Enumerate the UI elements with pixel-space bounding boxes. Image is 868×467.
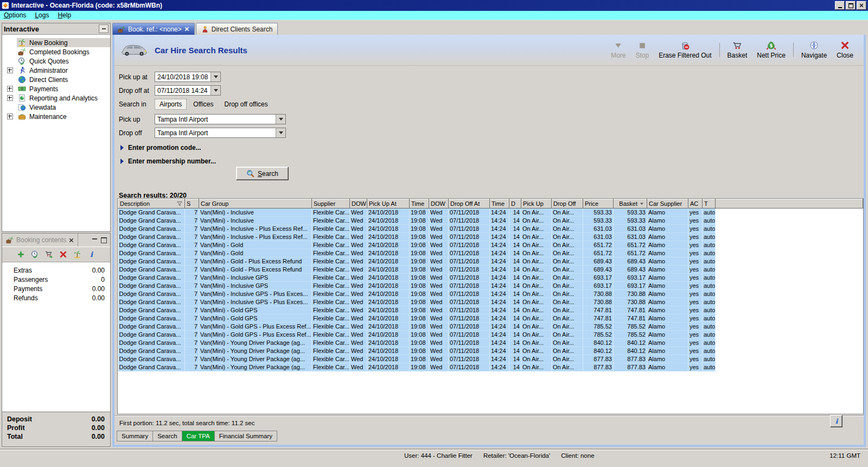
column-header-1-s[interactable]: S [185, 199, 199, 209]
column-header-10-d[interactable]: D [509, 199, 521, 209]
search-in-airports[interactable]: Airports [155, 99, 187, 110]
move-to-basket-button[interactable] [45, 250, 53, 258]
menu-options[interactable]: Options [4, 11, 26, 19]
chevron-down-icon[interactable] [276, 115, 285, 124]
bottom-tab-financial-summary[interactable]: Financial Summary [215, 431, 277, 441]
drop-off-combo[interactable]: Tampa Intl Airport [155, 128, 286, 138]
column-header-11-pick-up[interactable]: Pick Up [521, 199, 552, 209]
bottom-tab-search[interactable]: Search [153, 431, 182, 441]
column-header-12-drop-off[interactable]: Drop Off [552, 199, 583, 209]
delete-button[interactable] [59, 250, 67, 258]
minimize-button[interactable] [835, 1, 845, 10]
bottom-tab-summary[interactable]: Summary [117, 431, 153, 441]
sidebar-item-completed-bookings[interactable]: Completed Bookings [2, 47, 110, 56]
plus-icon [17, 250, 25, 258]
toolbar-button-label: Navigate [801, 52, 827, 59]
search-in-drop-off-offices[interactable]: Drop off offices [220, 99, 272, 109]
membership-number-expander[interactable]: Enter membership number... [120, 157, 286, 165]
bottom-tab-car-tpa[interactable]: Car TPA [182, 431, 215, 441]
sidebar-item-new-booking[interactable]: New Booking [2, 38, 110, 47]
column-header-14-basket[interactable]: Basket [614, 199, 647, 209]
expand-icon[interactable] [7, 86, 13, 92]
result-row-9[interactable]: Dodge Grand Carava...7Van(Mini) - Inclus… [118, 274, 863, 282]
result-row-4[interactable]: Dodge Grand Carava...7Van(Mini) - Inclus… [118, 233, 863, 241]
funnel-icon [176, 200, 183, 207]
close-button[interactable]: Close [832, 40, 858, 60]
column-header-4-dow[interactable]: DOW [350, 199, 367, 209]
result-row-1[interactable]: Dodge Grand Carava...7Van(Mini) - Inclus… [118, 209, 863, 217]
column-header-15-car-supplier[interactable]: Car Supplier [647, 199, 688, 209]
tab-direct-clients-search[interactable]: Direct Clients Search [196, 23, 278, 35]
close-tab-icon[interactable] [184, 27, 189, 31]
column-header-3-supplier[interactable]: Supplier [312, 199, 350, 209]
drop-off-at-label: Drop off at [119, 87, 155, 94]
expand-icon[interactable] [7, 95, 13, 101]
menu-help[interactable]: Help [58, 11, 71, 19]
chevron-down-icon[interactable] [210, 86, 220, 95]
column-header-5-pick-up-at[interactable]: Pick Up At [367, 199, 410, 209]
sidebar-item-maintenance[interactable]: Maintenance [2, 112, 110, 121]
result-row-15[interactable]: Dodge Grand Carava...7Van(Mini) - Gold G… [118, 323, 863, 331]
chevron-down-icon[interactable] [210, 72, 220, 81]
drop-off-at-combo[interactable]: 07/11/2018 14:24 [155, 85, 221, 96]
result-row-20[interactable]: Dodge Grand Carava...7Van(Mini) - Young … [118, 363, 863, 371]
expand-icon[interactable] [7, 67, 13, 73]
quick-quote-button[interactable] [31, 250, 39, 258]
minimize-panel-button[interactable] [92, 238, 97, 239]
new-booking-button[interactable] [73, 250, 81, 258]
sidebar-item-viewdata[interactable]: Viewdata [2, 103, 110, 112]
pick-up-at-combo[interactable]: 24/10/2018 19:08 [155, 72, 221, 82]
result-row-16[interactable]: Dodge Grand Carava...7Van(Mini) - Gold G… [118, 331, 863, 339]
column-header-16-ac[interactable]: AC [688, 199, 703, 209]
promotion-code-expander[interactable]: Enter promotion code... [120, 144, 286, 152]
result-row-11[interactable]: Dodge Grand Carava...7Van(Mini) - Inclus… [118, 290, 863, 298]
menu-logs[interactable]: Logs [35, 11, 49, 19]
column-header-9-time[interactable]: Time [490, 199, 509, 209]
result-row-12[interactable]: Dodge Grand Carava...7Van(Mini) - Inclus… [118, 298, 863, 306]
restore-button[interactable] [846, 1, 856, 10]
chevron-down-icon[interactable] [276, 128, 285, 137]
result-row-13[interactable]: Dodge Grand Carava...7Van(Mini) - Gold G… [118, 306, 863, 314]
nett-price-button[interactable]: Nett Price [752, 40, 790, 60]
erase-filtered-out-button[interactable]: Erase Filtered Out [654, 40, 716, 60]
results-table-container[interactable]: DescriptionSCar GroupSupplierDOWPick Up … [117, 198, 864, 414]
result-row-10[interactable]: Dodge Grand Carava...7Van(Mini) - Inclus… [118, 282, 863, 290]
pick-up-combo[interactable]: Tampa Intl Airport [155, 114, 286, 124]
maximize-panel-button[interactable] [101, 237, 107, 243]
column-header-8-drop-off-at[interactable]: Drop Off At [449, 199, 490, 209]
column-header-13-price[interactable]: Price [583, 199, 614, 209]
sidebar-item-administrator[interactable]: Administrator [2, 66, 110, 75]
result-row-6[interactable]: Dodge Grand Carava...7Van(Mini) - GoldFl… [118, 249, 863, 257]
booking-contents-tab[interactable]: Booking contents [2, 234, 78, 247]
column-header-7-dow[interactable]: DOW [429, 199, 449, 209]
result-row-19[interactable]: Dodge Grand Carava...7Van(Mini) - Young … [118, 355, 863, 363]
navigate-button[interactable]: Navigate [796, 40, 832, 60]
expand-icon[interactable] [7, 113, 13, 119]
result-row-8[interactable]: Dodge Grand Carava...7Van(Mini) - Gold -… [118, 266, 863, 274]
column-header-6-time[interactable]: Time [410, 199, 429, 209]
basket-button[interactable]: Basket [723, 40, 752, 60]
close-window-button[interactable] [857, 1, 866, 10]
search-button[interactable]: Search [236, 167, 289, 180]
add-button[interactable] [17, 250, 25, 258]
info-button[interactable] [830, 415, 843, 427]
info-button[interactable] [87, 250, 95, 258]
column-header-2-car-group[interactable]: Car Group [199, 199, 312, 209]
column-header-0-description[interactable]: Description [118, 199, 185, 209]
result-row-14[interactable]: Dodge Grand Carava...7Van(Mini) - Gold G… [118, 314, 863, 323]
result-row-17[interactable]: Dodge Grand Carava...7Van(Mini) - Young … [118, 339, 863, 347]
column-header-17-t[interactable]: T [703, 199, 716, 209]
result-row-2[interactable]: Dodge Grand Carava...7Van(Mini) - Inclus… [118, 217, 863, 225]
sidebar-item-reporting-and-analytics[interactable]: Reporting and Analytics [2, 93, 110, 103]
sidebar-item-direct-clients[interactable]: Direct Clients [2, 75, 110, 84]
sidebar-item-quick-quotes[interactable]: Quick Quotes [2, 56, 110, 66]
result-row-3[interactable]: Dodge Grand Carava...7Van(Mini) - Inclus… [118, 225, 863, 233]
tab-booking-ref[interactable]: Book. ref.: <none> [112, 23, 195, 35]
close-panel-icon[interactable] [69, 238, 74, 243]
search-in-offices[interactable]: Offices [189, 99, 218, 109]
result-row-7[interactable]: Dodge Grand Carava...7Van(Mini) - Gold -… [118, 257, 863, 266]
result-row-5[interactable]: Dodge Grand Carava...7Van(Mini) - GoldFl… [118, 241, 863, 249]
result-row-18[interactable]: Dodge Grand Carava...7Van(Mini) - Young … [118, 347, 863, 355]
sidebar-item-payments[interactable]: Payments [2, 84, 110, 93]
collapse-panel-button[interactable] [99, 24, 108, 33]
